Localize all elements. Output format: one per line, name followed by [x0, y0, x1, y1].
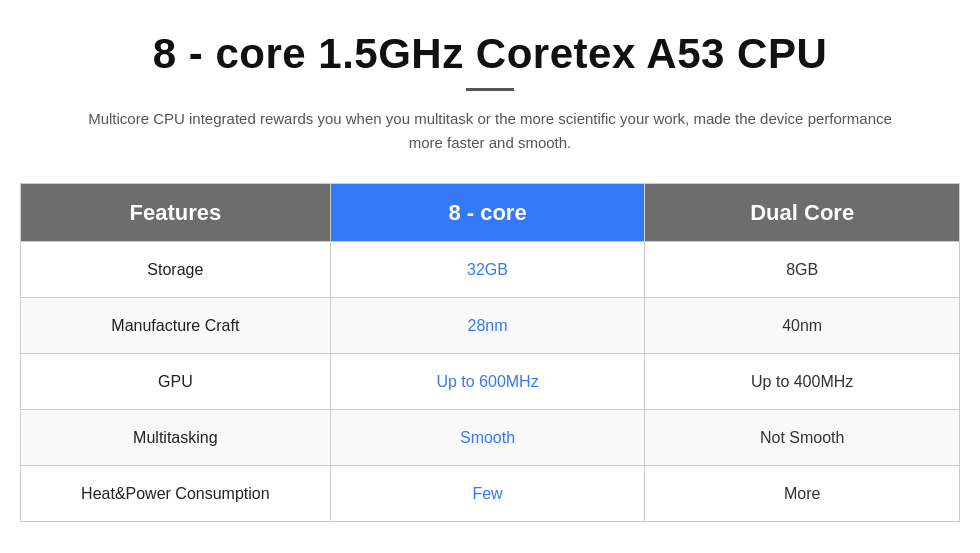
header-8core: 8 - core	[330, 184, 645, 242]
cell-8core: Few	[330, 466, 645, 522]
cell-dualcore: 40nm	[645, 298, 960, 354]
page-subtitle: Multicore CPU integrated rewards you whe…	[80, 107, 900, 155]
table-row: Storage32GB8GB	[21, 242, 960, 298]
cell-8core: 32GB	[330, 242, 645, 298]
cell-dualcore: Not Smooth	[645, 410, 960, 466]
table-row: Manufacture Craft28nm40nm	[21, 298, 960, 354]
cell-feature: Multitasking	[21, 410, 331, 466]
cell-feature: Heat&Power Consumption	[21, 466, 331, 522]
cell-dualcore: Up to 400MHz	[645, 354, 960, 410]
table-row: MultitaskingSmoothNot Smooth	[21, 410, 960, 466]
cell-feature: Manufacture Craft	[21, 298, 331, 354]
title-divider	[466, 88, 514, 91]
table-row: Heat&Power ConsumptionFewMore	[21, 466, 960, 522]
table-row: GPUUp to 600MHzUp to 400MHz	[21, 354, 960, 410]
header-dualcore: Dual Core	[645, 184, 960, 242]
cell-feature: Storage	[21, 242, 331, 298]
comparison-table: Features 8 - core Dual Core Storage32GB8…	[20, 183, 960, 522]
table-header-row: Features 8 - core Dual Core	[21, 184, 960, 242]
cell-8core: Smooth	[330, 410, 645, 466]
cell-dualcore: 8GB	[645, 242, 960, 298]
page-title: 8 - core 1.5GHz Coretex A53 CPU	[153, 30, 828, 78]
header-features: Features	[21, 184, 331, 242]
cell-8core: 28nm	[330, 298, 645, 354]
cell-dualcore: More	[645, 466, 960, 522]
cell-feature: GPU	[21, 354, 331, 410]
cell-8core: Up to 600MHz	[330, 354, 645, 410]
